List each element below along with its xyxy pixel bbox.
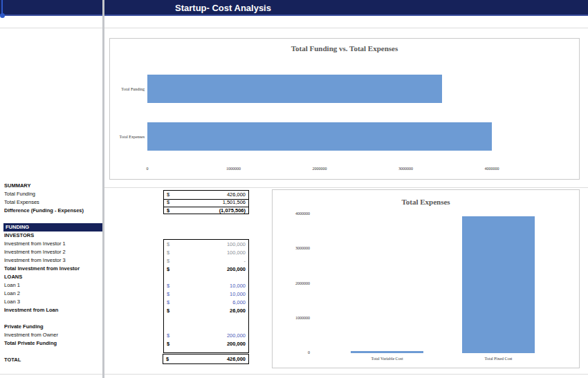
hbar-total-funding: [147, 75, 442, 103]
cell-difference-value[interactable]: $ (1,075,506): [164, 207, 248, 215]
category-label-total-variable-cost: Total Variable Cost: [346, 356, 429, 361]
funding-cell-11[interactable]: $200,000: [164, 332, 248, 340]
sidebar-row-investment-from-investor-3[interactable]: Investment from Investor 3: [4, 256, 101, 265]
row-gridline: [0, 28, 588, 28]
pane-divider[interactable]: [102, 0, 104, 378]
currency-symbol: $: [167, 265, 169, 274]
sidebar-row-investment-from-investor-1[interactable]: Investment from Investor 1: [4, 240, 101, 248]
currency-symbol: $: [167, 340, 169, 348]
cell-value: 426,000: [227, 355, 246, 363]
y-axis-tick-label: 0: [273, 350, 310, 355]
funding-cell-5[interactable]: $10,000: [164, 282, 248, 290]
sidebar-banner-funding[interactable]: FUNDING: [3, 223, 102, 231]
currency-symbol: $: [167, 299, 169, 307]
x-axis-tick-label: 3000000: [398, 166, 413, 171]
funding-cell-3[interactable]: $200,000: [164, 265, 248, 274]
category-label-total-funding: Total Funding: [110, 86, 145, 92]
cell-value: 100,000: [227, 240, 246, 249]
x-axis-tick-label: 2000000: [313, 166, 327, 171]
selection-handle-dot[interactable]: [0, 13, 5, 18]
sidebar-row-difference-funding-expenses[interactable]: Difference (Funding - Expenses): [4, 207, 101, 215]
chart-title: Total Expenses: [273, 198, 579, 206]
currency-symbol: $: [167, 290, 169, 299]
currency-symbol: $: [167, 207, 169, 215]
funding-vs-expenses-chart: Total Funding vs. Total Expenses Total F…: [109, 38, 580, 180]
cell-value: 26,000: [230, 307, 246, 315]
currency-symbol: $: [166, 355, 169, 363]
y-axis-tick-label: 2000000: [273, 281, 310, 286]
funding-cell-12[interactable]: $200,000: [164, 340, 248, 348]
vbar-total-fixed-cost: [462, 216, 535, 353]
sidebar-row-loan-2[interactable]: Loan 2: [4, 290, 101, 298]
cell-value: 200,000: [227, 340, 246, 348]
sidebar-row-summary[interactable]: SUMMARY: [4, 182, 101, 190]
sidebar-row-total-investment-from-investor[interactable]: Total Investment from Investor: [4, 265, 101, 273]
category-label-total-fixed-cost: Total Fixed Cost: [457, 356, 540, 361]
x-axis-tick-label: 4000000: [485, 166, 499, 171]
sidebar-row-investment-from-owner[interactable]: Investment from Owner: [4, 331, 101, 339]
funding-cell-7[interactable]: $6,000: [164, 299, 248, 307]
cell-value: 1,501,506: [223, 198, 246, 207]
funding-values-box: $100,000$100,000$-$200,000$10,000$10,000…: [163, 239, 249, 353]
cell-value: -: [244, 257, 246, 265]
sidebar-row-investment-from-loan[interactable]: Investment from Loan: [4, 306, 101, 314]
y-axis-tick-label: 4000000: [273, 211, 310, 216]
currency-symbol: $: [167, 198, 169, 207]
cell-value: (1,075,506): [219, 207, 246, 215]
currency-symbol: $: [167, 332, 169, 340]
category-label-total-expenses: Total Expenses: [110, 134, 145, 140]
hbar-total-expenses: [147, 122, 492, 151]
funding-cell-2[interactable]: $-: [164, 257, 248, 265]
cell-value: 6,000: [232, 299, 246, 307]
y-axis-tick-label: 1000000: [273, 315, 310, 321]
sidebar-row-total-funding[interactable]: Total Funding: [4, 190, 101, 198]
funding-cell-8[interactable]: $26,000: [164, 307, 248, 315]
chart-title: Total Funding vs. Total Expenses: [110, 44, 579, 53]
sidebar-row-investment-from-investor-2[interactable]: Investment from Investor 2: [4, 248, 101, 256]
sidebar-row-total-expenses[interactable]: Total Expenses: [4, 198, 101, 207]
total-expenses-chart: Total Expenses 0100000020000003000000400…: [272, 189, 580, 368]
cell-value: 100,000: [227, 249, 246, 257]
page-title: Startup- Cost Analysis: [104, 0, 342, 16]
sidebar-row-private-funding[interactable]: Private Funding: [4, 323, 101, 331]
row-gridline: [104, 187, 588, 188]
selection-handle-line: [1, 0, 3, 14]
sidebar-row-total-private-funding[interactable]: Total Private Funding: [4, 339, 101, 348]
currency-symbol: $: [167, 240, 169, 249]
sidebar-row-investors[interactable]: INVESTORS: [4, 231, 101, 240]
funding-cell-0[interactable]: $100,000: [164, 240, 248, 249]
cell-total-value[interactable]: $ 426,000: [163, 355, 248, 363]
y-axis-tick-label: 3000000: [273, 245, 310, 251]
cell-value: 10,000: [230, 282, 246, 290]
currency-symbol: $: [167, 307, 169, 315]
vbar-total-variable-cost: [351, 351, 423, 353]
funding-cell-6[interactable]: $10,000: [164, 290, 248, 299]
sidebar-row-total[interactable]: TOTAL: [4, 356, 101, 364]
summary-values-box: $ 426,000 $ 1,501,506 $ (1,075,506): [163, 190, 249, 214]
currency-symbol: $: [167, 257, 169, 265]
x-axis-tick-label: 1000000: [226, 166, 241, 171]
sidebar-row-loans[interactable]: LOANS: [4, 273, 101, 281]
cell-value: 200,000: [227, 265, 246, 274]
sidebar-row-loan-1[interactable]: Loan 1: [4, 281, 101, 290]
cell-value: 10,000: [230, 290, 246, 299]
cell-value: 200,000: [227, 332, 246, 340]
row-gridline: [0, 374, 588, 375]
funding-cell-1[interactable]: $100,000: [164, 249, 248, 257]
currency-symbol: $: [167, 282, 169, 290]
x-axis-tick-label: 0: [147, 166, 149, 171]
sidebar-row-loan-3[interactable]: Loan 3: [4, 298, 101, 306]
total-funding-box: $ 426,000: [163, 354, 249, 364]
currency-symbol: $: [167, 249, 169, 257]
